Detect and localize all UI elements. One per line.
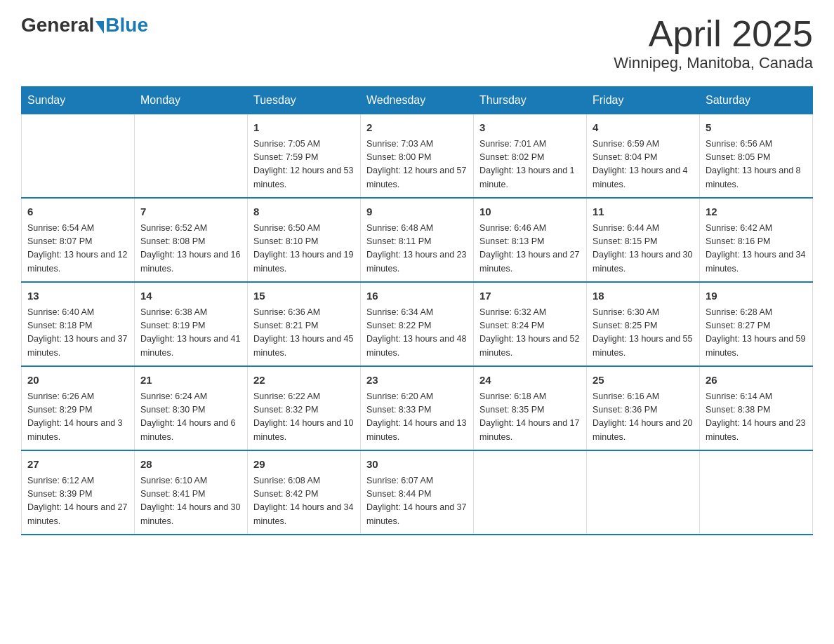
calendar-cell: 20Sunrise: 6:26 AMSunset: 8:29 PMDayligh… — [22, 366, 135, 450]
day-info: Sunrise: 7:05 AMSunset: 7:59 PMDaylight:… — [253, 137, 355, 192]
day-number: 2 — [366, 120, 468, 136]
calendar-week-row: 20Sunrise: 6:26 AMSunset: 8:29 PMDayligh… — [22, 366, 813, 450]
calendar-cell: 30Sunrise: 6:07 AMSunset: 8:44 PMDayligh… — [361, 450, 474, 535]
calendar-cell: 2Sunrise: 7:03 AMSunset: 8:00 PMDaylight… — [361, 114, 474, 199]
day-info: Sunrise: 6:10 AMSunset: 8:41 PMDaylight:… — [140, 474, 241, 529]
calendar-cell: 15Sunrise: 6:36 AMSunset: 8:21 PMDayligh… — [248, 282, 361, 366]
day-number: 4 — [593, 120, 694, 136]
day-info: Sunrise: 6:20 AMSunset: 8:33 PMDaylight:… — [366, 390, 468, 445]
day-number: 8 — [253, 204, 355, 220]
calendar-cell — [700, 450, 813, 535]
calendar-cell: 16Sunrise: 6:34 AMSunset: 8:22 PMDayligh… — [361, 282, 474, 366]
calendar-week-row: 27Sunrise: 6:12 AMSunset: 8:39 PMDayligh… — [22, 450, 813, 535]
day-number: 23 — [366, 373, 468, 389]
day-number: 30 — [366, 457, 468, 473]
weekday-header-monday: Monday — [135, 87, 248, 114]
day-info: Sunrise: 6:24 AMSunset: 8:30 PMDaylight:… — [140, 390, 241, 445]
day-number: 7 — [140, 204, 241, 220]
logo: General General Blue — [21, 14, 148, 36]
day-number: 14 — [140, 288, 241, 304]
weekday-header-row: SundayMondayTuesdayWednesdayThursdayFrid… — [22, 87, 813, 114]
weekday-header-wednesday: Wednesday — [361, 87, 474, 114]
calendar-cell: 26Sunrise: 6:14 AMSunset: 8:38 PMDayligh… — [700, 366, 813, 450]
calendar-week-row: 6Sunrise: 6:54 AMSunset: 8:07 PMDaylight… — [22, 198, 813, 282]
calendar-cell: 5Sunrise: 6:56 AMSunset: 8:05 PMDaylight… — [700, 114, 813, 199]
day-number: 21 — [140, 373, 241, 389]
day-number: 29 — [253, 457, 355, 473]
day-number: 11 — [593, 204, 694, 220]
day-info: Sunrise: 6:08 AMSunset: 8:42 PMDaylight:… — [253, 474, 355, 529]
day-info: Sunrise: 6:18 AMSunset: 8:35 PMDaylight:… — [479, 390, 581, 445]
day-info: Sunrise: 6:36 AMSunset: 8:21 PMDaylight:… — [253, 306, 355, 361]
calendar-cell: 19Sunrise: 6:28 AMSunset: 8:27 PMDayligh… — [700, 282, 813, 366]
day-info: Sunrise: 6:30 AMSunset: 8:25 PMDaylight:… — [593, 306, 694, 361]
logo-triangle-icon — [95, 21, 104, 34]
day-info: Sunrise: 6:12 AMSunset: 8:39 PMDaylight:… — [27, 474, 128, 529]
calendar-cell: 13Sunrise: 6:40 AMSunset: 8:18 PMDayligh… — [22, 282, 135, 366]
calendar-cell — [474, 450, 587, 535]
calendar-header: SundayMondayTuesdayWednesdayThursdayFrid… — [22, 87, 813, 114]
calendar-cell — [135, 114, 248, 199]
calendar-table: SundayMondayTuesdayWednesdayThursdayFrid… — [21, 86, 813, 535]
weekday-header-tuesday: Tuesday — [248, 87, 361, 114]
calendar-cell: 9Sunrise: 6:48 AMSunset: 8:11 PMDaylight… — [361, 198, 474, 282]
calendar-cell: 14Sunrise: 6:38 AMSunset: 8:19 PMDayligh… — [135, 282, 248, 366]
day-info: Sunrise: 6:59 AMSunset: 8:04 PMDaylight:… — [593, 137, 694, 192]
day-number: 20 — [27, 373, 128, 389]
day-number: 28 — [140, 457, 241, 473]
calendar-cell: 23Sunrise: 6:20 AMSunset: 8:33 PMDayligh… — [361, 366, 474, 450]
day-info: Sunrise: 6:54 AMSunset: 8:07 PMDaylight:… — [27, 222, 128, 276]
calendar-cell — [587, 450, 700, 535]
day-number: 6 — [27, 204, 128, 220]
day-number: 24 — [479, 373, 581, 389]
day-number: 9 — [366, 204, 468, 220]
day-info: Sunrise: 6:38 AMSunset: 8:19 PMDaylight:… — [140, 306, 241, 361]
calendar-cell: 28Sunrise: 6:10 AMSunset: 8:41 PMDayligh… — [135, 450, 248, 535]
calendar-cell: 17Sunrise: 6:32 AMSunset: 8:24 PMDayligh… — [474, 282, 587, 366]
calendar-cell: 4Sunrise: 6:59 AMSunset: 8:04 PMDaylight… — [587, 114, 700, 199]
calendar-subtitle: Winnipeg, Manitoba, Canada — [614, 54, 813, 72]
calendar-cell: 25Sunrise: 6:16 AMSunset: 8:36 PMDayligh… — [587, 366, 700, 450]
weekday-header-friday: Friday — [587, 87, 700, 114]
day-info: Sunrise: 6:16 AMSunset: 8:36 PMDaylight:… — [593, 390, 694, 445]
day-info: Sunrise: 6:52 AMSunset: 8:08 PMDaylight:… — [140, 222, 241, 276]
calendar-cell: 1Sunrise: 7:05 AMSunset: 7:59 PMDaylight… — [248, 114, 361, 199]
day-info: Sunrise: 6:28 AMSunset: 8:27 PMDaylight:… — [706, 306, 807, 361]
day-info: Sunrise: 6:34 AMSunset: 8:22 PMDaylight:… — [366, 306, 468, 361]
day-info: Sunrise: 7:01 AMSunset: 8:02 PMDaylight:… — [479, 137, 581, 192]
day-info: Sunrise: 6:26 AMSunset: 8:29 PMDaylight:… — [27, 390, 128, 445]
logo-blue-text: Blue — [105, 14, 148, 36]
page-header: General General Blue April 2025 Winnipeg… — [21, 14, 813, 72]
day-number: 18 — [593, 288, 694, 304]
calendar-cell: 29Sunrise: 6:08 AMSunset: 8:42 PMDayligh… — [248, 450, 361, 535]
day-info: Sunrise: 6:07 AMSunset: 8:44 PMDaylight:… — [366, 474, 468, 529]
day-number: 10 — [479, 204, 581, 220]
day-number: 13 — [27, 288, 128, 304]
calendar-body: 1Sunrise: 7:05 AMSunset: 7:59 PMDaylight… — [22, 114, 813, 535]
day-number: 17 — [479, 288, 581, 304]
calendar-cell: 27Sunrise: 6:12 AMSunset: 8:39 PMDayligh… — [22, 450, 135, 535]
calendar-cell: 8Sunrise: 6:50 AMSunset: 8:10 PMDaylight… — [248, 198, 361, 282]
day-info: Sunrise: 6:22 AMSunset: 8:32 PMDaylight:… — [253, 390, 355, 445]
calendar-cell: 6Sunrise: 6:54 AMSunset: 8:07 PMDaylight… — [22, 198, 135, 282]
day-number: 15 — [253, 288, 355, 304]
calendar-cell: 11Sunrise: 6:44 AMSunset: 8:15 PMDayligh… — [587, 198, 700, 282]
day-info: Sunrise: 6:14 AMSunset: 8:38 PMDaylight:… — [706, 390, 807, 445]
calendar-cell: 7Sunrise: 6:52 AMSunset: 8:08 PMDaylight… — [135, 198, 248, 282]
calendar-cell: 24Sunrise: 6:18 AMSunset: 8:35 PMDayligh… — [474, 366, 587, 450]
calendar-week-row: 1Sunrise: 7:05 AMSunset: 7:59 PMDaylight… — [22, 114, 813, 199]
calendar-cell: 10Sunrise: 6:46 AMSunset: 8:13 PMDayligh… — [474, 198, 587, 282]
day-number: 1 — [253, 120, 355, 136]
day-number: 26 — [706, 373, 807, 389]
day-info: Sunrise: 7:03 AMSunset: 8:00 PMDaylight:… — [366, 137, 468, 192]
calendar-cell: 3Sunrise: 7:01 AMSunset: 8:02 PMDaylight… — [474, 114, 587, 199]
weekday-header-sunday: Sunday — [22, 87, 135, 114]
title-section: April 2025 Winnipeg, Manitoba, Canada — [614, 14, 813, 72]
day-info: Sunrise: 6:48 AMSunset: 8:11 PMDaylight:… — [366, 222, 468, 276]
weekday-header-saturday: Saturday — [700, 87, 813, 114]
day-info: Sunrise: 6:44 AMSunset: 8:15 PMDaylight:… — [593, 222, 694, 276]
weekday-header-thursday: Thursday — [474, 87, 587, 114]
day-info: Sunrise: 6:50 AMSunset: 8:10 PMDaylight:… — [253, 222, 355, 276]
day-number: 27 — [27, 457, 128, 473]
calendar-cell: 21Sunrise: 6:24 AMSunset: 8:30 PMDayligh… — [135, 366, 248, 450]
